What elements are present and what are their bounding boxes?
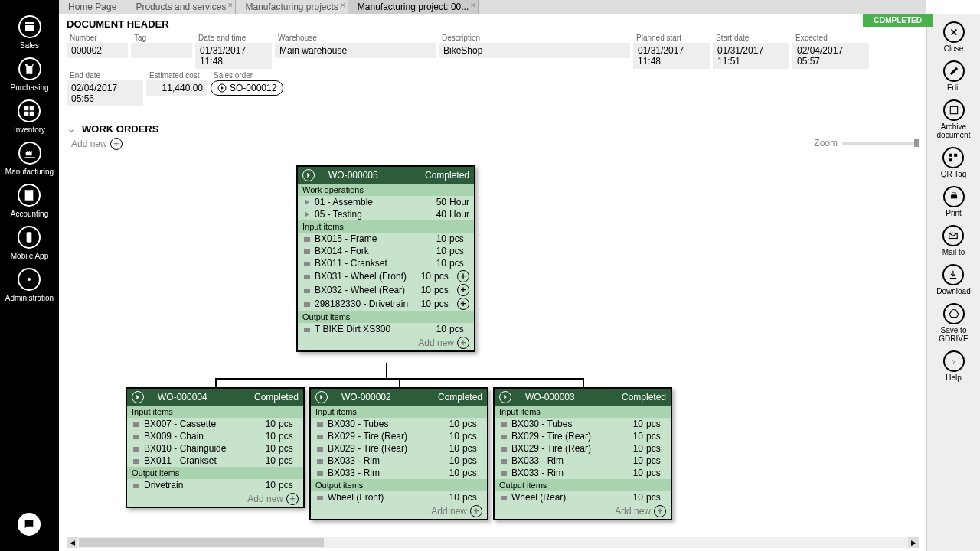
number-field[interactable]: 000002	[67, 43, 128, 58]
purchasing-icon	[18, 57, 41, 80]
scroll-thumb[interactable]	[79, 538, 324, 547]
plus-icon[interactable]: +	[457, 298, 469, 310]
item-row[interactable]: Wheel (Rear)10pcs	[495, 491, 671, 504]
item-row[interactable]: 298182330 - Drivetrain10pcs+	[298, 297, 474, 311]
chat-icon[interactable]	[18, 513, 41, 536]
qr-icon	[942, 147, 964, 168]
wo-card-3[interactable]: WO-000003Completed Input items BX030 - T…	[493, 387, 672, 520]
item-row[interactable]: BX033 - Rim10pcs	[495, 455, 671, 467]
item-row[interactable]: BX031 - Wheel (Front)10pcs+	[298, 269, 474, 283]
item-row[interactable]: BX029 - Tire (Rear)10pcs	[311, 430, 487, 442]
datetime-field[interactable]: 01/31/2017 11:48	[195, 43, 272, 69]
tab-projects[interactable]: Manufacturing projects✕	[236, 0, 348, 14]
nav-admin[interactable]: Administration	[5, 268, 54, 302]
download-button[interactable]: Download	[936, 264, 970, 295]
tab-home[interactable]: Home Page	[59, 0, 126, 14]
nav-inventory[interactable]: Inventory	[14, 99, 45, 134]
svg-rect-10	[133, 422, 139, 427]
svg-rect-24	[501, 459, 507, 464]
tag-field[interactable]	[131, 43, 192, 58]
goto-icon[interactable]	[499, 391, 511, 403]
archive-button[interactable]: Archive document	[927, 99, 980, 139]
sales-order-link[interactable]: SO-000012	[211, 80, 283, 96]
item-row[interactable]: BX010 - Chainguide10pcs	[127, 442, 303, 455]
svg-rect-17	[317, 447, 323, 452]
cost-field[interactable]: 11,440.00	[146, 80, 207, 96]
item-row[interactable]: BX011 - Crankset10pcs	[127, 455, 303, 467]
close-icon[interactable]: ✕	[340, 2, 346, 9]
svg-point-1	[28, 278, 31, 281]
item-row[interactable]: 01 - Assemble50Hour	[298, 196, 474, 208]
scroll-right-icon[interactable]: ▶	[908, 537, 919, 548]
item-row[interactable]: BX007 - Cassette10pcs	[127, 418, 303, 430]
start-field[interactable]: 01/31/2017 11:51	[713, 43, 789, 69]
gdrive-button[interactable]: Save to GDRIVE	[927, 303, 980, 343]
expected-field[interactable]: 02/04/2017 05:57	[792, 43, 869, 69]
wo-card-2[interactable]: WO-000002Completed Input items BX030 - T…	[309, 387, 488, 520]
add-new-wo[interactable]: Add new +	[71, 138, 919, 150]
add-new-item[interactable]: Add new+	[127, 491, 303, 507]
plus-icon: +	[457, 337, 469, 349]
desc-field[interactable]: BikeShop	[439, 43, 630, 58]
end-field[interactable]: 02/04/2017 05:56	[67, 80, 143, 106]
plus-icon[interactable]: +	[457, 270, 469, 282]
item-row[interactable]: BX030 - Tubes10pcs	[311, 418, 487, 430]
add-new-item[interactable]: Add new+	[311, 504, 487, 519]
item-row[interactable]: BX009 - Chain10pcs	[127, 430, 303, 442]
item-icon	[499, 432, 508, 441]
item-row[interactable]: BX033 - Rim10pcs	[495, 467, 671, 479]
item-icon	[315, 444, 325, 453]
item-row[interactable]: BX032 - Wheel (Rear)10pcs+	[298, 283, 474, 297]
close-icon[interactable]: ✕	[227, 2, 234, 9]
goto-icon[interactable]	[315, 391, 328, 403]
tab-products[interactable]: Products and services✕	[126, 0, 236, 14]
help-button[interactable]: ?Help	[943, 350, 965, 382]
item-row[interactable]: BX033 - Rim10pcs	[311, 455, 487, 467]
item-row[interactable]: Wheel (Front)10pcs	[311, 491, 487, 504]
item-row[interactable]: 05 - Testing40Hour	[298, 208, 474, 220]
item-row[interactable]: BX029 - Tire (Rear)10pcs	[311, 442, 487, 455]
plus-icon: +	[654, 505, 666, 517]
goto-icon[interactable]	[302, 169, 315, 181]
zoom-control[interactable]: Zoom	[814, 138, 919, 148]
item-row[interactable]: BX029 - Tire (Rear)10pcs	[495, 442, 671, 455]
item-row[interactable]: T BIKE Dirt XS30010pcs	[298, 323, 474, 335]
goto-icon[interactable]	[132, 391, 144, 403]
help-icon: ?	[943, 350, 965, 372]
mail-button[interactable]: Mail to	[942, 225, 965, 256]
warehouse-field[interactable]: Main warehouse	[275, 43, 436, 58]
nav-mobile[interactable]: Mobile App	[11, 226, 48, 260]
qr-button[interactable]: QR Tag	[941, 147, 967, 178]
scroll-left-icon[interactable]: ◀	[67, 537, 77, 548]
plus-icon[interactable]: +	[457, 284, 469, 296]
tab-project-detail[interactable]: Manufacturing project: 00...✕	[348, 0, 479, 14]
wo-card-5[interactable]: WO-000005Completed Work operations 01 - …	[296, 165, 475, 352]
mobile-icon	[18, 226, 41, 249]
nav-accounting[interactable]: Accounting	[11, 184, 48, 218]
nav-sales[interactable]: Sales	[18, 15, 41, 50]
item-row[interactable]: BX014 - Fork10pcs	[298, 245, 474, 257]
print-button[interactable]: Print	[943, 186, 965, 217]
item-row[interactable]: BX011 - Crankset10pcs	[298, 257, 474, 269]
close-icon[interactable]: ✕	[470, 2, 476, 9]
horizontal-scrollbar[interactable]: ◀ ▶	[67, 537, 919, 548]
item-row[interactable]: Drivetrain10pcs	[127, 479, 303, 491]
item-row[interactable]: BX029 - Tire (Rear)10pcs	[495, 430, 671, 442]
svg-rect-18	[317, 459, 323, 464]
document-header: DOCUMENT HEADER Number000002 Tag Date an…	[59, 14, 926, 112]
svg-rect-28	[949, 154, 952, 157]
close-button[interactable]: Close	[943, 21, 965, 53]
item-icon	[315, 456, 325, 465]
item-row[interactable]: BX030 - Tubes10pcs	[495, 418, 671, 430]
wo-card-4[interactable]: WO-000004Completed Input items BX007 - C…	[126, 387, 305, 508]
nav-manufacturing[interactable]: Manufacturing	[5, 142, 54, 176]
item-row[interactable]: BX033 - Rim10pcs	[311, 467, 487, 479]
item-row[interactable]: BX015 - Frame10pcs	[298, 233, 474, 245]
nav-purchasing[interactable]: Purchasing	[10, 57, 48, 92]
collapse-icon[interactable]: ⌄	[67, 122, 76, 135]
planned-field[interactable]: 01/31/2017 11:48	[633, 43, 710, 69]
zoom-slider[interactable]	[842, 142, 919, 145]
add-new-item[interactable]: Add new+	[298, 335, 474, 350]
edit-button[interactable]: Edit	[943, 60, 965, 92]
add-new-item[interactable]: Add new+	[495, 504, 671, 519]
